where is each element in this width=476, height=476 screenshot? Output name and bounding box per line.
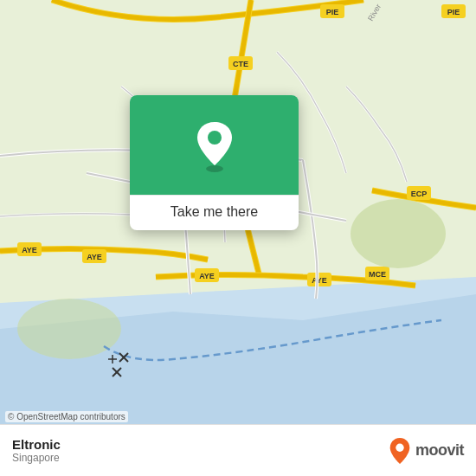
map-attribution: © OpenStreetMap contributors: [5, 411, 128, 422]
svg-text:AYE: AYE: [199, 272, 215, 280]
popup-button-area[interactable]: Take me there: [130, 195, 299, 230]
take-me-there-button[interactable]: Take me there: [170, 204, 258, 220]
svg-text:PIE: PIE: [326, 8, 339, 16]
svg-text:ECP: ECP: [411, 190, 428, 198]
moovit-logo[interactable]: moovit: [388, 437, 464, 465]
popup-green-area: [130, 95, 299, 195]
svg-point-30: [206, 165, 223, 172]
svg-point-22: [17, 299, 121, 359]
svg-point-21: [351, 199, 446, 268]
svg-text:AYE: AYE: [87, 253, 102, 261]
location-info: Eltronic Singapore: [12, 437, 61, 464]
svg-point-31: [208, 131, 222, 145]
bottom-bar: Eltronic Singapore moovit: [0, 424, 476, 476]
location-pin-icon: [192, 119, 237, 172]
svg-text:CTE: CTE: [233, 60, 248, 68]
svg-text:PIE: PIE: [447, 8, 460, 16]
svg-text:MCE: MCE: [369, 270, 386, 279]
map-container[interactable]: PIE PIE CTE ECP AYE AYE AYE AYE MCE: [0, 0, 476, 424]
moovit-pin-icon: [388, 437, 412, 465]
svg-text:AYE: AYE: [22, 246, 37, 254]
svg-text:AYE: AYE: [312, 276, 327, 285]
svg-point-32: [396, 443, 403, 451]
location-name: Eltronic: [12, 437, 61, 452]
moovit-text: moovit: [415, 441, 464, 460]
popup-card: Take me there: [130, 95, 299, 230]
location-city: Singapore: [12, 452, 61, 464]
